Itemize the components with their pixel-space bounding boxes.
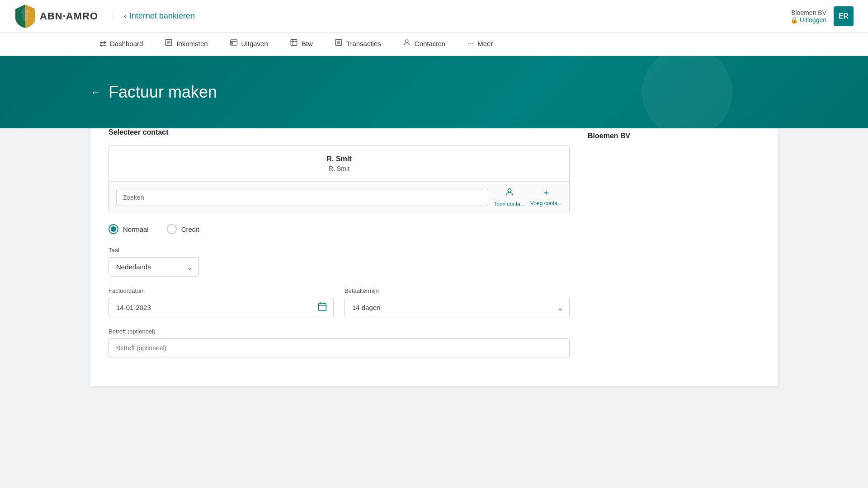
nav-item-uitgaven[interactable]: Uitgaven xyxy=(221,33,277,56)
radio-credit-circle xyxy=(167,224,177,234)
invoice-date-input-wrapper xyxy=(108,298,334,317)
nav-item-meer[interactable]: ··· Meer xyxy=(458,33,502,56)
form-right-column: Bloemen BV xyxy=(588,128,760,368)
company-name: Bloemen BV xyxy=(588,132,760,140)
svg-rect-6 xyxy=(291,39,297,46)
payment-term-select-wrapper: 7 dagen 14 dagen 30 dagen 60 dagen ⌄ xyxy=(344,298,570,317)
language-group: Taal Nederlands English Deutsch Français… xyxy=(108,247,570,277)
language-select[interactable]: Nederlands English Deutsch Français xyxy=(108,257,199,277)
contact-search-row: Toon conta... + Voeg conta... xyxy=(109,182,569,213)
show-contact-label: Toon conta... xyxy=(494,201,525,207)
payment-term-select[interactable]: 7 dagen 14 dagen 30 dagen 60 dagen xyxy=(344,298,570,317)
logo-area: ABN·AMRO ‹ Internet bankieren xyxy=(14,4,195,29)
contacten-icon xyxy=(403,38,411,49)
top-bar: ABN·AMRO ‹ Internet bankieren Bloemen BV… xyxy=(0,0,868,33)
search-input[interactable] xyxy=(116,189,488,206)
nav-item-transacties[interactable]: Transacties xyxy=(326,33,390,56)
nav-label-transacties: Transacties xyxy=(346,40,381,47)
transacties-icon xyxy=(335,38,343,49)
betreft-label: Betreft (optioneel) xyxy=(108,328,570,335)
nav-label-btw: Btw xyxy=(302,40,313,47)
nav-label-inkomsten: Inkomsten xyxy=(176,40,208,47)
internet-banking-link[interactable]: ‹ Internet bankieren xyxy=(113,11,195,21)
user-info: Bloemen BV 🔒 Uitloggen xyxy=(790,9,826,23)
nav-label-dashboard: Dashboard xyxy=(110,40,143,47)
meer-icon: ··· xyxy=(467,39,474,48)
contact-box: R. Smit R. Smit Toon conta... + xyxy=(108,145,570,213)
nav-item-contacten[interactable]: Contacten xyxy=(394,33,454,56)
radio-credit-label: Credit xyxy=(181,225,199,233)
language-label: Taal xyxy=(108,247,570,253)
nav-item-dashboard[interactable]: ⇄ Dashboard xyxy=(90,33,152,56)
back-arrow-icon: ‹ xyxy=(124,11,127,21)
form-card: Selecteer contact R. Smit R. Smit Toon c… xyxy=(90,110,778,386)
contact-selected-display: R. Smit R. Smit xyxy=(109,146,569,182)
main-content: Selecteer contact R. Smit R. Smit Toon c… xyxy=(0,110,868,413)
radio-credit[interactable]: Credit xyxy=(167,224,199,234)
inkomsten-icon xyxy=(165,38,173,49)
logo-shield-icon xyxy=(14,4,36,29)
date-row: Factuurdatum Betaaltermijn 7 dagen 14 da… xyxy=(108,287,570,317)
payment-term-label: Betaaltermijn xyxy=(344,287,570,294)
radio-normaal-inner xyxy=(111,226,116,232)
person-icon xyxy=(505,187,514,199)
btw-icon xyxy=(290,38,298,49)
radio-normaal-label: Normaal xyxy=(123,225,149,233)
nav-label-meer: Meer xyxy=(477,40,493,47)
add-contact-button[interactable]: + Voeg conta... xyxy=(530,188,562,206)
add-contact-label: Voeg conta... xyxy=(530,200,562,206)
uitgaven-icon xyxy=(230,38,238,49)
contact-name-sub: R. Smit xyxy=(118,165,560,172)
logout-link[interactable]: 🔒 Uitloggen xyxy=(790,16,826,23)
hero-section: ← Factuur maken xyxy=(0,56,868,128)
svg-rect-5 xyxy=(231,42,232,44)
page-title: Factuur maken xyxy=(108,83,217,102)
user-avatar: ER xyxy=(834,6,854,26)
invoice-date-group: Factuurdatum xyxy=(108,287,334,317)
invoice-date-label: Factuurdatum xyxy=(108,287,334,294)
nav-item-btw[interactable]: Btw xyxy=(281,33,322,56)
payment-term-group: Betaaltermijn 7 dagen 14 dagen 30 dagen … xyxy=(344,287,570,317)
lock-icon: 🔒 xyxy=(790,16,798,23)
nav-bar: ⇄ Dashboard Inkomsten Uitgaven Btw Trans… xyxy=(0,33,868,56)
show-contact-button[interactable]: Toon conta... xyxy=(494,187,525,207)
dashboard-icon: ⇄ xyxy=(99,39,106,49)
add-icon: + xyxy=(543,188,549,198)
betreft-group: Betreft (optioneel) xyxy=(108,328,570,357)
abn-amro-logo: ABN·AMRO xyxy=(14,4,98,29)
select-contact-section: Selecteer contact R. Smit R. Smit Toon c… xyxy=(108,128,570,213)
user-area: Bloemen BV 🔒 Uitloggen ER xyxy=(790,6,854,26)
language-select-wrapper: Nederlands English Deutsch Français ⌄ xyxy=(108,257,199,277)
select-contact-label: Selecteer contact xyxy=(108,128,570,136)
contact-name-main: R. Smit xyxy=(118,155,560,163)
nav-item-inkomsten[interactable]: Inkomsten xyxy=(156,33,217,56)
hero-back-button[interactable]: ← xyxy=(90,86,101,99)
invoice-date-input[interactable] xyxy=(108,298,334,317)
user-company-name: Bloemen BV xyxy=(790,9,826,16)
betreft-input[interactable] xyxy=(108,338,570,357)
form-left-column: Selecteer contact R. Smit R. Smit Toon c… xyxy=(108,128,570,368)
radio-normaal-circle xyxy=(108,224,118,234)
invoice-type-group: Normaal Credit xyxy=(108,224,570,234)
logo-text: ABN·AMRO xyxy=(40,10,98,22)
radio-normaal[interactable]: Normaal xyxy=(108,224,149,234)
nav-label-uitgaven: Uitgaven xyxy=(241,40,268,47)
nav-label-contacten: Contacten xyxy=(415,40,445,47)
svg-point-14 xyxy=(508,189,511,192)
svg-point-13 xyxy=(406,40,408,42)
